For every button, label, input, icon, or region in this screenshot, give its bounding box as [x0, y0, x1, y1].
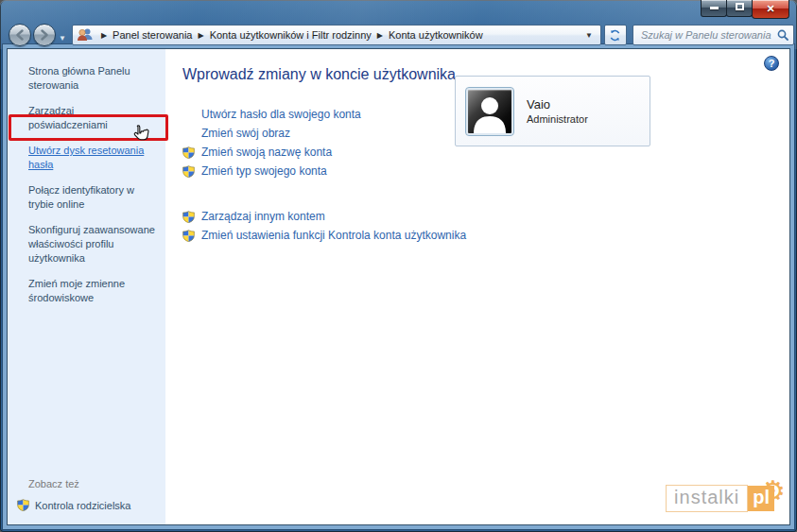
uac-shield-icon [182, 211, 195, 223]
task-change-account-type[interactable]: Zmień typ swojego konta [182, 164, 789, 178]
forward-button[interactable] [33, 24, 56, 46]
sidebar-item-link-online-ids[interactable]: Połącz identyfikatory w trybie online [28, 183, 156, 212]
uac-shield-icon [182, 230, 195, 242]
sidebar-item-label: Kontrola rodzicielska [35, 500, 131, 511]
sidebar-item-environment-variables[interactable]: Zmień moje zmienne środowiskowe [28, 277, 156, 305]
task-manage-another-account[interactable]: Zarządzaj innym kontem [182, 210, 789, 223]
breadcrumb-separator: ▶ [95, 31, 113, 40]
account-picture[interactable] [466, 88, 513, 135]
icon-slot [182, 230, 201, 242]
minimize-icon [710, 7, 719, 9]
breadcrumb-item-konta-i-filtr[interactable]: Konta użytkowników i Filtr rodzinny [210, 29, 372, 41]
icon-slot [182, 165, 201, 178]
sidebar: Strona główna Panelu sterowania Zarządza… [8, 49, 165, 524]
sidebar-item-credentials[interactable]: Zarządzaj poświadczeniami [28, 104, 156, 132]
main-panel: Wprowadź zmiany w koncie użytkownika Utw… [165, 49, 789, 524]
task-link-label[interactable]: Zmień swój obraz [201, 127, 290, 140]
account-tile[interactable]: Vaio Administrator [455, 76, 650, 146]
uac-shield-icon [182, 146, 195, 159]
breadcrumb-separator: ▶ [192, 31, 209, 40]
sidebar-spacer [28, 317, 156, 478]
back-button[interactable] [9, 24, 31, 46]
watermark: instalki pl ⚙ [666, 485, 774, 512]
watermark-text: instalki [666, 485, 748, 512]
user-accounts-icon [77, 27, 94, 43]
task-link-label[interactable]: Utwórz hasło dla swojego konta [201, 108, 361, 121]
account-name: Vaio [527, 97, 588, 112]
forward-arrow-icon [39, 29, 50, 41]
refresh-icon [609, 29, 621, 42]
back-arrow-icon [14, 29, 26, 41]
task-group-gap [182, 183, 789, 210]
icon-slot [182, 211, 201, 223]
navigation-bar: ▼ ▶ Panel sterowania ▶ Konta użytkownikó… [0, 21, 797, 49]
breadcrumb[interactable]: ▶ Panel sterowania ▶ Konta użytkowników … [72, 25, 601, 45]
user-silhouette-icon [469, 94, 511, 133]
watermark-suffix: pl [748, 486, 774, 511]
search-input[interactable] [641, 29, 776, 41]
content-area: Strona główna Panelu sterowania Zarządza… [8, 49, 789, 524]
breadcrumb-separator: ▶ [372, 31, 389, 40]
refresh-button[interactable] [604, 25, 627, 45]
window-controls: ✕ [702, 0, 789, 19]
account-info: Vaio Administrator [527, 97, 588, 125]
breadcrumb-item-konta-uzytkownikow[interactable]: Konta użytkowników [389, 29, 483, 41]
close-icon: ✕ [766, 3, 774, 14]
uac-shield-icon [17, 499, 29, 511]
search-box[interactable] [632, 25, 794, 45]
breadcrumb-item-panel-sterowania[interactable]: Panel sterowania [113, 29, 192, 41]
icon-slot [182, 146, 201, 159]
minimize-button[interactable] [701, 0, 727, 17]
account-role: Administrator [527, 113, 588, 125]
task-link-label[interactable]: Zmień typ swojego konta [201, 164, 327, 178]
search-icon[interactable] [776, 28, 789, 42]
task-change-uac-settings[interactable]: Zmień ustawienia funkcji Kontrola konta … [182, 229, 789, 242]
uac-shield-icon [182, 165, 195, 178]
breadcrumb-dropdown-icon[interactable]: ▼ [580, 31, 598, 40]
maximize-button[interactable] [726, 0, 753, 17]
help-button[interactable]: ? [764, 56, 779, 71]
sidebar-item-advanced-profile[interactable]: Skonfiguruj zaawansowane właściwości pro… [28, 223, 156, 266]
task-link-label[interactable]: Zmień ustawienia funkcji Kontrola konta … [201, 229, 466, 242]
control-panel-window: ✕ ▼ ▶ Panel sterowania ▶ Konta użytkowni… [0, 0, 797, 532]
maximize-icon [736, 3, 744, 10]
see-also-header: Zobacz też [28, 478, 156, 489]
recent-pages-dropdown[interactable]: ▼ [59, 34, 66, 43]
close-button[interactable]: ✕ [752, 0, 789, 19]
sidebar-item-password-reset-disk[interactable]: Utwórz dysk resetowania hasła [28, 144, 156, 172]
task-change-account-name[interactable]: Zmień swoją nazwę konta [182, 146, 789, 159]
task-link-label[interactable]: Zmień swoją nazwę konta [201, 146, 332, 159]
task-link-label[interactable]: Zarządzaj innym kontem [201, 210, 325, 223]
sidebar-item-parental-controls[interactable]: Kontrola rodzicielska [17, 499, 156, 511]
sidebar-item-home[interactable]: Strona główna Panelu sterowania [28, 64, 156, 93]
